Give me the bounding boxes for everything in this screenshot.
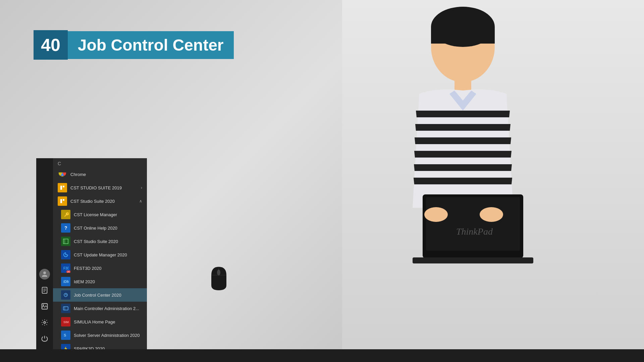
help-label: CST Online Help 2020 (74, 226, 142, 231)
menu-item-fest3d[interactable]: F3D 20 FEST3D 2020 (53, 261, 147, 275)
slide-number: 40 (34, 30, 68, 60)
svg-text:S: S (64, 333, 66, 337)
svg-rect-26 (63, 186, 64, 187)
svg-point-17 (43, 305, 44, 306)
avatar-icon[interactable] (39, 268, 50, 280)
spark3d-icon: 20 (61, 344, 70, 349)
idem-label: IdEM 2020 (74, 279, 142, 284)
main-ctrl-icon (61, 304, 70, 313)
sidebar-icons (36, 158, 53, 349)
menu-item-simulia[interactable]: SIM SIMULIA Home Page (53, 315, 147, 328)
fest3d-label: FEST3D 2020 (74, 266, 142, 271)
cst2020-icon (58, 196, 67, 206)
menu-item-jcc[interactable]: Job Control Center 2020 (53, 288, 147, 302)
menu-item-cst2019[interactable]: CST STUDIO SUITE 2019 › (53, 181, 147, 194)
menu-item-solver[interactable]: S Solver Server Administration 2020 (53, 328, 147, 342)
menu-item-help[interactable]: ? CST Online Help 2020 (53, 221, 147, 235)
jcc-label: Job Control Center 2020 (74, 293, 142, 298)
cst2019-icon (58, 183, 67, 192)
svg-text:?: ? (64, 225, 67, 231)
chrome-icon (58, 170, 67, 179)
svg-point-18 (44, 321, 46, 323)
cst2019-label: CST STUDIO SUITE 2019 (70, 185, 140, 190)
cst2019-arrow: › (141, 185, 142, 190)
svg-text:SIM: SIM (63, 320, 69, 324)
settings-icon[interactable] (39, 317, 50, 328)
svg-text:🔑: 🔑 (64, 212, 69, 218)
section-c-label: C (53, 158, 147, 168)
svg-text:ThinkPad: ThinkPad (456, 226, 493, 237)
document-icon[interactable] (39, 285, 50, 296)
svg-point-10 (217, 269, 220, 276)
solver-label: Solver Server Administration 2020 (74, 333, 142, 338)
cst-app-label: CST Studio Suite 2020 (74, 239, 142, 244)
person-silhouette: ThinkPad (369, 7, 587, 308)
title-area: 40 Job Control Center (34, 30, 234, 60)
svg-point-11 (43, 272, 46, 274)
license-icon: 🔑 (61, 210, 70, 219)
svg-rect-28 (60, 199, 62, 203)
svg-rect-5 (426, 197, 520, 251)
mouse-svg (208, 265, 230, 292)
power-icon[interactable] (39, 333, 50, 344)
svg-rect-27 (59, 198, 65, 204)
slide-title: Job Control Center (68, 31, 234, 59)
solver-icon: S (61, 330, 70, 340)
cst2020-arrow: ∧ (139, 199, 142, 203)
menu-item-cst-app[interactable]: CST Studio Suite 2020 (53, 235, 147, 248)
update-icon (61, 250, 70, 259)
mouse (208, 265, 230, 293)
menu-item-spark3d[interactable]: 20 SPARK3D 2020 (53, 342, 147, 349)
license-label: CST License Manager (74, 212, 142, 217)
simulia-label: SIMULIA Home Page (74, 319, 142, 324)
help-icon: ? (61, 223, 70, 233)
menu-item-license[interactable]: 🔑 CST License Manager (53, 208, 147, 221)
svg-text:F3D: F3D (63, 266, 69, 270)
svg-point-9 (480, 207, 503, 222)
menu-item-update[interactable]: CST Update Manager 2020 (53, 248, 147, 261)
simulia-icon: SIM (61, 317, 70, 326)
menu-item-main-ctrl[interactable]: Main Controller Administration 2... (53, 302, 147, 315)
update-label: CST Update Manager 2020 (74, 252, 142, 257)
spark3d-label: SPARK3D 2020 (74, 346, 142, 350)
menu-item-cst2020[interactable]: CST Studio Suite 2020 ∧ (53, 194, 147, 208)
cst2020-label: CST Studio Suite 2020 (70, 199, 138, 204)
fest3d-icon: F3D 20 (61, 263, 70, 273)
svg-point-8 (424, 207, 448, 222)
taskbar (0, 349, 644, 362)
jcc-icon (61, 290, 70, 300)
svg-rect-29 (63, 199, 64, 201)
menu-item-idem[interactable]: iDM IdEM 2020 (53, 275, 147, 288)
svg-rect-24 (59, 185, 65, 191)
chrome-label: Chrome (70, 172, 142, 177)
main-ctrl-label: Main Controller Administration 2... (74, 306, 142, 311)
start-menu[interactable]: C Chrome CST STUDIO SUITE (53, 158, 147, 349)
idem-icon: iDM (61, 277, 70, 286)
image-icon[interactable] (39, 301, 50, 312)
menu-item-chrome[interactable]: Chrome (53, 168, 147, 181)
svg-rect-2 (431, 27, 495, 44)
svg-rect-25 (60, 186, 62, 190)
svg-rect-7 (413, 257, 533, 263)
cst-app-icon (61, 237, 70, 246)
svg-text:iDM: iDM (63, 280, 69, 284)
person-background: ThinkPad (342, 0, 644, 362)
